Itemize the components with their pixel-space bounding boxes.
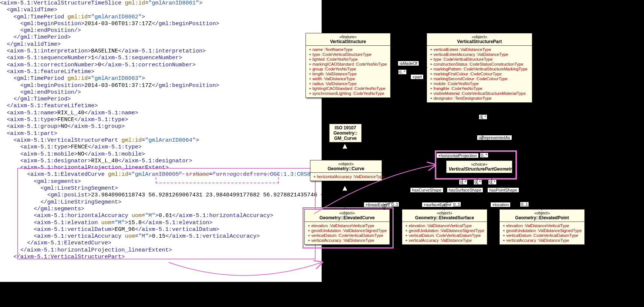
uml-attribute: verticalAccuracy :ValDistanceType: [405, 238, 484, 243]
uml-attribute: frangible :CodeYesNoType: [430, 86, 529, 91]
lbl-haspointshape: hasPointShape: [487, 187, 519, 193]
uml-attribute: type :CodeVerticalStructureType: [430, 57, 529, 62]
lbl-hproj: +horizontalProjection: [436, 153, 479, 158]
uml-attribute: name :TextNameType: [309, 47, 387, 52]
uml-vspg: «choice» VerticalStructurePartGeometry: [446, 160, 512, 173]
mult-vsp-self: 0..*: [479, 115, 487, 119]
uml-attribute: designator :TextDesignatorType: [430, 96, 529, 101]
mult-surfaceextent: 0..1: [452, 202, 461, 207]
uml-attribute: elevation :ValDistanceVerticalType: [503, 223, 581, 228]
uml-attribute: horizontalAccuracy :ValDistanceType: [313, 174, 379, 179]
mult-location: 0..1: [520, 202, 529, 207]
uml-attribute: elevation :ValDistanceVerticalType: [405, 223, 484, 228]
uml-attribute: markingFirstColour :CodeColourType: [430, 72, 529, 76]
mult-curve: 0..*: [459, 180, 467, 184]
uml-vertical-structure: «feature»VerticalStructure name :TextNam…: [306, 33, 391, 98]
mult-hproj: 0..*: [480, 153, 488, 157]
lbl-surfaceextent: +surfaceExtent: [422, 202, 453, 207]
mult-point: 0..*: [488, 180, 496, 184]
mult-linearextent: 0..1: [391, 202, 399, 207]
uml-elevated-point: «object»Geometry::ElevatedPoint elevatio…: [499, 209, 585, 245]
lbl-hassurfaceshape: hasSurfaceShape: [447, 187, 483, 193]
uml-attribute: markingPattern :CodeVerticalStructureMar…: [430, 67, 529, 72]
uml-attribute: group :CodeYesNoType: [309, 67, 387, 72]
uml-vertical-structure-part: «object»VerticalStructurePart verticalEx…: [427, 33, 532, 103]
uml-attribute: length :ValDistanceType: [309, 72, 387, 76]
uml-attribute: geoidUndulation :ValDistanceSignedType: [405, 228, 484, 233]
uml-attribute: geoidUndulation :ValDistanceSignedType: [503, 228, 581, 233]
uml-attribute: mobile :CodeYesNoType: [430, 81, 529, 86]
mult-part: 0..*: [398, 70, 406, 74]
uml-attribute: elevation :ValDistanceVerticalType: [308, 223, 386, 228]
lbl-part: +part: [410, 74, 424, 79]
uml-attribute: markingICAOStandard :CodeYesNoType: [309, 62, 387, 67]
lbl-linearextent: +linearExtent: [364, 202, 392, 207]
uml-attribute: verticalDatum :CodeVerticalDatumType: [308, 233, 386, 238]
uml-attribute: constructionStatus :CodeStatusConstructi…: [430, 62, 529, 67]
uml-attribute: lightingICAOStandard :CodeYesNoType: [309, 86, 387, 91]
uml-attribute: width :ValDistanceType: [309, 76, 387, 81]
uml-elevated-curve: «object»Geometry::ElevatedCurve elevatio…: [304, 209, 390, 245]
lbl-hascurveshape: hasCurveShape: [410, 187, 443, 193]
uml-attribute: verticalDatum :CodeVerticalDatumType: [503, 233, 581, 238]
uml-attribute: visibleMaterial :CodeVerticalStructureMa…: [430, 91, 529, 96]
mult-surf: 0..*: [474, 180, 482, 184]
uml-attribute: synchronisedLighting :CodeYesNoType: [309, 91, 387, 96]
uml-attribute: markingSecondColour :CodeColourType: [430, 76, 529, 81]
uml-attribute: radius :ValDistanceType: [309, 81, 387, 86]
uml-attribute: lighted :CodeYesNoType: [309, 57, 387, 62]
uml-gm-curve: ISO 19107 Geometry:: GM_Curve: [329, 124, 362, 142]
uml-attribute: verticalDatum :CodeVerticalDatumType: [405, 233, 484, 238]
lbl-isrepresentedas: isRepresentedAs: [477, 135, 512, 140]
uml-attribute: geoidUndulation :ValDistanceSignedType: [308, 228, 386, 233]
uml-attribute: type :CodeVerticalStructureType: [309, 52, 387, 57]
uml-attribute: verticalAccuracy :ValDistanceType: [503, 238, 581, 243]
uml-attribute: verticalExtentAccuracy :ValDistanceType: [430, 52, 529, 57]
highlight-srsname: [156, 174, 279, 183]
lbl-ismadeof: isMadeOf: [398, 61, 419, 66]
lbl-location: +location: [490, 202, 511, 207]
uml-attribute: verticalExtent :ValDistanceType: [430, 47, 529, 52]
uml-geometry-curve: «object»Geometry::Curve horizontalAccura…: [310, 160, 382, 181]
uml-elevated-surface: «object»Geometry::ElevatedSurface elevat…: [402, 209, 487, 245]
uml-attribute: verticalAccuracy :ValDistanceType: [308, 238, 386, 243]
